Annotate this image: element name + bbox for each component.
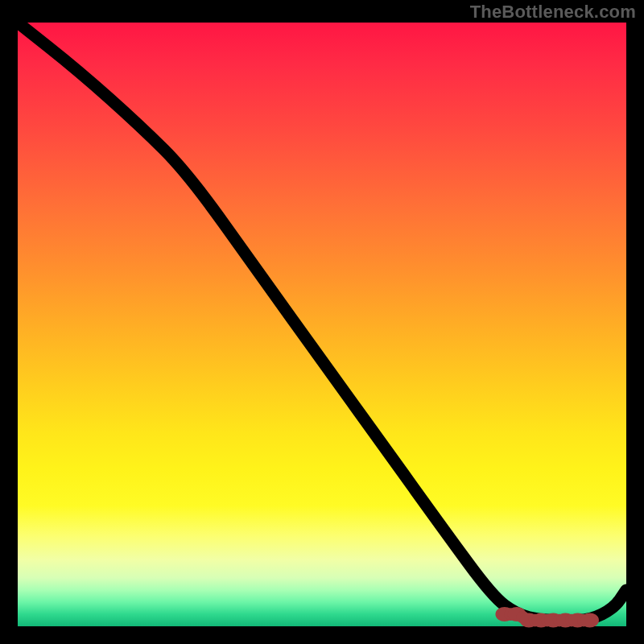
curve-svg — [18, 23, 626, 626]
plot-area — [18, 23, 626, 626]
watermark-text: TheBottleneck.com — [470, 2, 636, 23]
optimal-range-markers — [499, 611, 595, 625]
marker-dash — [584, 617, 596, 624]
chart-frame: TheBottleneck.com — [0, 0, 644, 644]
bottleneck-curve — [18, 23, 626, 621]
